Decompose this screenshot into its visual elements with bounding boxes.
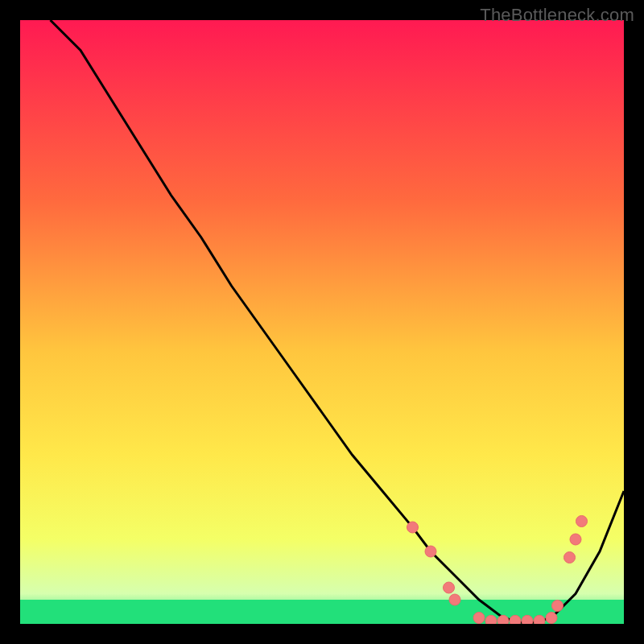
sample-dot	[473, 613, 485, 624]
sample-dot	[534, 615, 545, 624]
sample-dot	[570, 534, 581, 545]
watermark-text: TheBottleneck.com	[480, 5, 634, 26]
chart-svg	[20, 20, 624, 624]
sample-dot	[564, 552, 576, 564]
sample-dot	[576, 516, 588, 527]
sample-dot	[497, 615, 509, 624]
sample-dot	[449, 594, 460, 605]
sample-dot	[444, 582, 455, 593]
gradient-background	[20, 20, 624, 624]
sample-dot	[425, 546, 436, 557]
sample-dot	[552, 601, 564, 612]
sample-dot	[407, 522, 419, 533]
chart-frame: TheBottleneck.com	[0, 0, 644, 644]
sample-dot	[546, 613, 557, 624]
sample-dot	[522, 615, 533, 624]
plot-area	[20, 20, 624, 624]
sample-dot	[485, 615, 497, 624]
optimal-band	[20, 600, 624, 624]
sample-dot	[510, 615, 521, 624]
